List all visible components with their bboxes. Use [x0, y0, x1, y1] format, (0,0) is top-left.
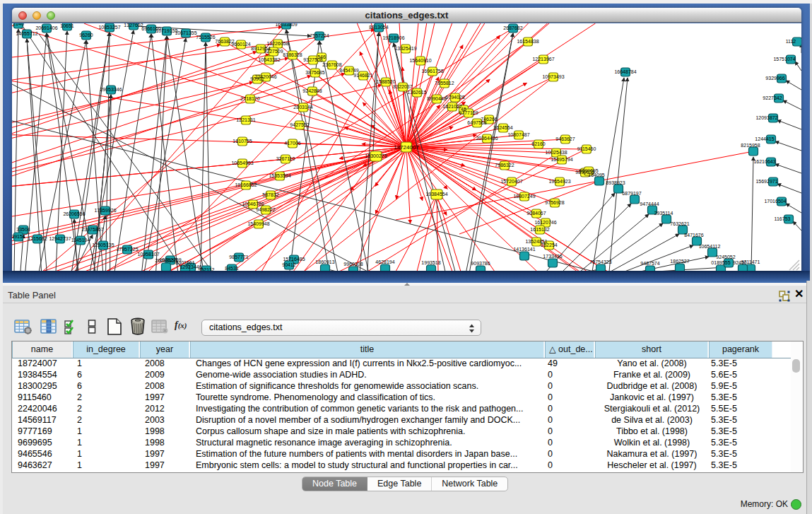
svg-text:2803144: 2803144	[293, 105, 312, 110]
svg-text:1862527: 1862527	[670, 259, 689, 264]
svg-text:3875685: 3875685	[305, 70, 324, 75]
svg-text:1145194: 1145194	[71, 238, 90, 243]
svg-text:16210643: 16210643	[753, 159, 775, 164]
svg-text:9960308: 9960308	[343, 262, 363, 267]
svg-text:1327602: 1327602	[124, 23, 143, 28]
svg-text:9093786: 9093786	[471, 261, 490, 266]
svg-text:90412: 90412	[282, 262, 296, 267]
svg-text:23975867: 23975867	[81, 227, 103, 232]
svg-text:84531: 84531	[225, 266, 239, 271]
svg-text:15751074: 15751074	[773, 57, 795, 62]
svg-text:10807487: 10807487	[507, 132, 529, 137]
svg-text:7557224: 7557224	[310, 33, 329, 38]
svg-text:6794028: 6794028	[445, 95, 464, 100]
svg-text:252254: 252254	[541, 243, 557, 247]
svg-text:16120746: 16120746	[534, 220, 556, 225]
svg-text:9227509: 9227509	[264, 49, 283, 54]
svg-text:14055712: 14055712	[16, 31, 37, 36]
svg-text:13325419: 13325419	[394, 46, 416, 51]
svg-text:12942737: 12942737	[49, 236, 71, 241]
svg-text:13226058: 13226058	[266, 41, 288, 46]
svg-text:9242848: 9242848	[302, 88, 322, 93]
svg-text:14136141: 14136141	[513, 247, 535, 252]
svg-text:79754323: 79754323	[589, 259, 611, 264]
svg-text:2935114: 2935114	[654, 211, 673, 216]
svg-text:10671355: 10671355	[175, 30, 196, 35]
svg-text:7955812: 7955812	[435, 81, 454, 86]
svg-text:15692971: 15692971	[755, 179, 777, 184]
svg-text:9427552: 9427552	[290, 122, 309, 127]
svg-text:7986322: 7986322	[495, 163, 514, 168]
svg-text:6879197: 6879197	[622, 191, 641, 196]
svg-text:9115460: 9115460	[577, 146, 596, 151]
svg-text:9756928: 9756928	[545, 200, 564, 205]
svg-text:29053346: 29053346	[100, 87, 122, 92]
svg-text:8186328: 8186328	[283, 52, 302, 57]
svg-text:2367608: 2367608	[322, 62, 341, 67]
svg-text:16033809: 16033809	[275, 23, 297, 27]
svg-text:2140: 2140	[13, 23, 24, 26]
svg-text:1615132: 1615132	[530, 227, 549, 232]
svg-text:9777169: 9777169	[459, 110, 478, 115]
svg-text:7632621: 7632621	[670, 221, 689, 226]
svg-text:746266: 746266	[481, 117, 497, 122]
svg-text:22420046: 22420046	[254, 74, 276, 79]
svg-text:12093872: 12093872	[755, 115, 777, 120]
svg-text:9146821: 9146821	[353, 73, 372, 78]
svg-text:9498222: 9498222	[256, 207, 275, 212]
svg-text:8454749: 8454749	[339, 68, 358, 73]
svg-text:1588520: 1588520	[376, 79, 395, 84]
svg-text:17016504: 17016504	[764, 199, 786, 204]
svg-text:20364436: 20364436	[476, 136, 498, 141]
svg-text:1244415: 1244415	[755, 136, 774, 141]
svg-text:10654983: 10654983	[231, 160, 253, 165]
svg-text:19384554: 19384554	[425, 192, 447, 197]
svg-text:1221331: 1221331	[236, 117, 255, 122]
svg-text:39154: 39154	[12, 234, 25, 239]
svg-text:15495794: 15495794	[551, 157, 572, 162]
svg-text:9463627: 9463627	[555, 136, 575, 141]
svg-text:18724007: 18724007	[394, 144, 419, 151]
svg-text:8301661: 8301661	[175, 260, 194, 265]
svg-text:9227342: 9227342	[763, 95, 782, 100]
svg-text:10046786: 10046786	[242, 201, 264, 206]
svg-text:8813054: 8813054	[369, 25, 388, 30]
svg-text:12505135: 12505135	[92, 243, 114, 247]
svg-text:2718170: 2718170	[240, 96, 259, 101]
svg-text:9660124: 9660124	[231, 42, 250, 47]
svg-text:15716485: 15716485	[283, 257, 305, 262]
svg-text:19654923: 19654923	[548, 179, 570, 184]
svg-text:8471676: 8471676	[684, 233, 703, 238]
svg-text:10543382: 10543382	[258, 57, 280, 62]
svg-text:1215682: 1215682	[28, 236, 47, 241]
svg-text:1610755: 1610755	[233, 139, 252, 144]
svg-text:10958107: 10958107	[137, 252, 159, 257]
svg-text:62160: 62160	[531, 141, 546, 146]
svg-text:17359926: 17359926	[94, 208, 116, 213]
svg-text:1993518: 1993518	[421, 260, 440, 265]
svg-text:3267110: 3267110	[276, 156, 295, 161]
svg-text:4628194: 4628194	[375, 259, 394, 264]
svg-text:9474444: 9474444	[640, 201, 659, 206]
svg-text:20691406: 20691406	[35, 25, 57, 30]
svg-text:9245052: 9245052	[716, 255, 735, 259]
svg-text:26018159: 26018159	[155, 258, 177, 263]
svg-text:10853257: 10853257	[98, 25, 120, 30]
svg-text:0189555: 0189555	[711, 260, 730, 265]
svg-text:15720407: 15720407	[500, 179, 522, 184]
svg-text:8215958: 8215958	[741, 143, 760, 148]
svg-text:1621022: 1621022	[442, 104, 461, 109]
svg-text:546: 546	[317, 54, 326, 59]
svg-text:2687682: 2687682	[503, 25, 522, 30]
svg-text:17957225: 17957225	[116, 247, 138, 252]
svg-text:16154838: 16154838	[517, 39, 539, 44]
svg-text:8938923: 8938923	[606, 180, 625, 185]
svg-text:19166852: 19166852	[235, 182, 257, 187]
svg-text:10973493: 10973493	[542, 74, 564, 79]
svg-text:33504: 33504	[16, 227, 30, 232]
svg-text:1112: 1112	[786, 39, 796, 44]
svg-text:3624554: 3624554	[493, 125, 512, 130]
svg-text:96260: 96260	[79, 33, 93, 37]
svg-text:7515526: 7515526	[196, 35, 215, 40]
svg-text:16961758: 16961758	[421, 69, 443, 74]
